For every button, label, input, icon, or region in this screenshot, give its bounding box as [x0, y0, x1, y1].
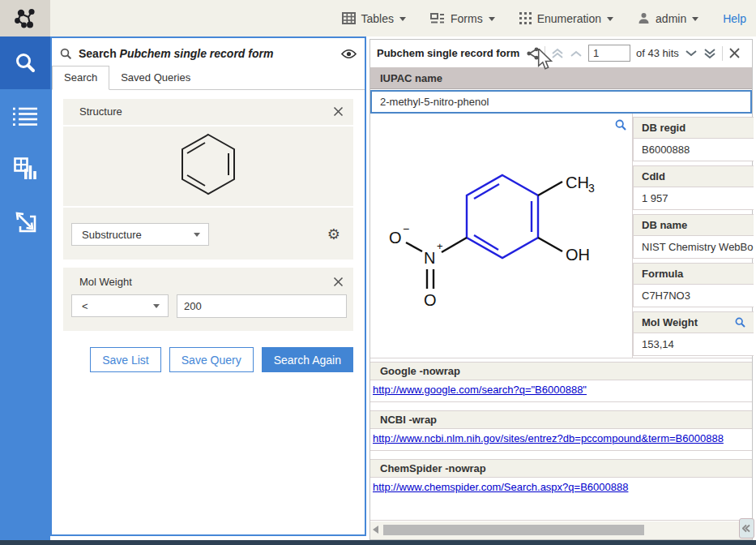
- record-number-input[interactable]: [588, 45, 630, 62]
- scrollbar-thumb[interactable]: [383, 525, 644, 535]
- search-icon: [14, 52, 36, 75]
- save-list-button[interactable]: Save List: [90, 347, 161, 372]
- field-db-regid: DB regid B6000888: [633, 117, 754, 161]
- record-panel-title: Pubchem single record form: [377, 47, 519, 59]
- first-record-icon[interactable]: [551, 48, 564, 59]
- close-icon[interactable]: [333, 277, 344, 287]
- mol-weight-operator-value: <: [82, 300, 88, 312]
- link-section-ncbi: NCBI -wrap http://www.ncbi.nlm.nih.gov/s…: [370, 410, 752, 451]
- record-structure-drawing: CH 3 OH N + O − O: [370, 114, 633, 358]
- link-section-header: ChemSpider -nowrap: [370, 460, 752, 478]
- structure-field-cell: CH 3 OH N + O − O: [370, 114, 633, 358]
- field-mol-weight: Mol Weight 153,14: [633, 311, 754, 356]
- mol-weight-operator-select[interactable]: <: [71, 294, 169, 317]
- help-link[interactable]: Help: [723, 12, 746, 25]
- share-icon[interactable]: [527, 47, 539, 60]
- sidebar-item-lists[interactable]: [0, 89, 50, 142]
- sidebar-item-search[interactable]: [0, 36, 50, 89]
- close-icon[interactable]: [333, 106, 344, 117]
- field-header: CdId: [634, 166, 754, 187]
- field-value: B6000888: [634, 139, 754, 161]
- atom-label-oh: OH: [566, 246, 590, 264]
- previous-record-icon[interactable]: [570, 49, 583, 58]
- link-section-google: Google -nowrap http://www.google.com/sea…: [370, 362, 752, 402]
- search-icon: [60, 48, 72, 60]
- benzene-query-structure: [63, 127, 353, 206]
- field-header: DB regid: [634, 118, 754, 139]
- structure-filter-title: Structure: [79, 105, 122, 118]
- horizontal-scrollbar[interactable]: [370, 521, 752, 539]
- forms-icon: [430, 13, 445, 24]
- structure-filter-box: Structure Substructure ⚙: [63, 99, 353, 260]
- atom-label-n: N: [424, 249, 435, 267]
- link-section-header: Google -nowrap: [370, 363, 752, 380]
- last-record-icon[interactable]: [703, 48, 716, 59]
- chemspider-search-link[interactable]: http://www.chemspider.com/Search.aspx?q=…: [373, 481, 628, 493]
- molecule-logo-icon: [13, 6, 37, 31]
- search-actions: Save List Save Query Search Again: [52, 347, 353, 372]
- field-value: C7H7NO3: [634, 285, 754, 307]
- bottom-status-bar: [0, 540, 756, 545]
- app-logo[interactable]: [0, 0, 50, 36]
- search-type-select[interactable]: Substructure: [71, 223, 209, 246]
- field-db-name: DB name NIST Chemistry WebBo: [633, 214, 754, 259]
- link-section-chemspider: ChemSpider -nowrap http://www.chemspider…: [370, 459, 752, 500]
- mol-weight-value-input[interactable]: [177, 294, 347, 318]
- field-formula: Formula C7H7NO3: [633, 263, 754, 307]
- collapse-panel-button[interactable]: [739, 518, 754, 539]
- user-icon: [638, 12, 650, 24]
- link-section-value: http://www.ncbi.nlm.nih.gov/sites/entrez…: [370, 429, 752, 450]
- record-form-panel: Pubchem single record form of 43 hits: [369, 39, 753, 540]
- field-value: 153,14: [634, 333, 754, 355]
- ncbi-search-link[interactable]: http://www.ncbi.nlm.nih.gov/sites/entrez…: [373, 432, 724, 444]
- atom-charge-minus: −: [403, 222, 409, 235]
- field-value: 1 957: [634, 187, 754, 209]
- menu-user[interactable]: admin: [638, 12, 698, 25]
- left-sidebar: [0, 36, 50, 540]
- zoom-magnifier-icon[interactable]: [615, 119, 626, 134]
- double-chevron-left-icon: [742, 524, 751, 533]
- record-navigation: of 43 hits: [527, 40, 741, 67]
- eye-visibility-icon[interactable]: [341, 49, 357, 59]
- sidebar-item-export[interactable]: [0, 195, 50, 247]
- menu-tables[interactable]: Tables: [342, 12, 406, 25]
- atom-label-o-minus: O: [389, 229, 402, 247]
- sidebar-item-grid-views[interactable]: [0, 142, 50, 195]
- save-query-button[interactable]: Save Query: [169, 347, 254, 372]
- top-bar: Tables Forms Enumeration: [0, 0, 756, 36]
- close-icon[interactable]: [728, 47, 741, 59]
- chevron-down-icon: [489, 17, 495, 21]
- scroll-left-arrow-icon[interactable]: [373, 526, 378, 534]
- tab-search[interactable]: Search: [52, 66, 109, 90]
- field-header: DB name: [634, 215, 754, 236]
- table-chart-icon: [14, 157, 36, 179]
- menu-tables-label: Tables: [361, 12, 394, 25]
- google-search-link[interactable]: http://www.google.com/search?q="B6000888…: [373, 384, 587, 396]
- search-panel: Search Pubchem single record form Search…: [50, 36, 366, 536]
- iupac-name-field-value[interactable]: 2-methyl-5-nitro-phenol: [370, 90, 752, 114]
- empty-row: [370, 497, 752, 521]
- chevron-down-icon: [692, 17, 698, 21]
- hits-count-label: of 43 hits: [636, 47, 679, 59]
- divider: [545, 46, 545, 61]
- record-side-fields: DB regid B6000888 CdId 1 957 DB name NIS…: [633, 117, 754, 360]
- search-again-button[interactable]: Search Again: [262, 347, 353, 372]
- menu-forms[interactable]: Forms: [430, 12, 495, 25]
- field-header: Formula: [634, 264, 754, 285]
- structure-query-canvas[interactable]: [63, 125, 353, 208]
- link-section-value: http://www.google.com/search?q="B6000888…: [370, 380, 752, 401]
- link-section-value: http://www.chemspider.com/Search.aspx?q=…: [370, 478, 752, 499]
- gear-icon[interactable]: ⚙: [327, 227, 340, 242]
- tab-saved-queries[interactable]: Saved Queries: [109, 67, 202, 89]
- atom-charge-plus: +: [437, 240, 443, 252]
- divider: [722, 46, 723, 61]
- enumeration-dots-icon: [519, 12, 532, 24]
- menu-enumeration[interactable]: Enumeration: [519, 12, 613, 25]
- menu-user-label: admin: [656, 12, 686, 25]
- field-header: Mol Weight: [634, 312, 754, 333]
- search-panel-title: Search Pubchem single record form: [79, 47, 273, 60]
- chevron-down-icon: [153, 304, 160, 308]
- next-record-icon[interactable]: [685, 49, 698, 58]
- tables-grid-icon: [342, 12, 356, 24]
- search-magnifier-icon[interactable]: [735, 317, 745, 328]
